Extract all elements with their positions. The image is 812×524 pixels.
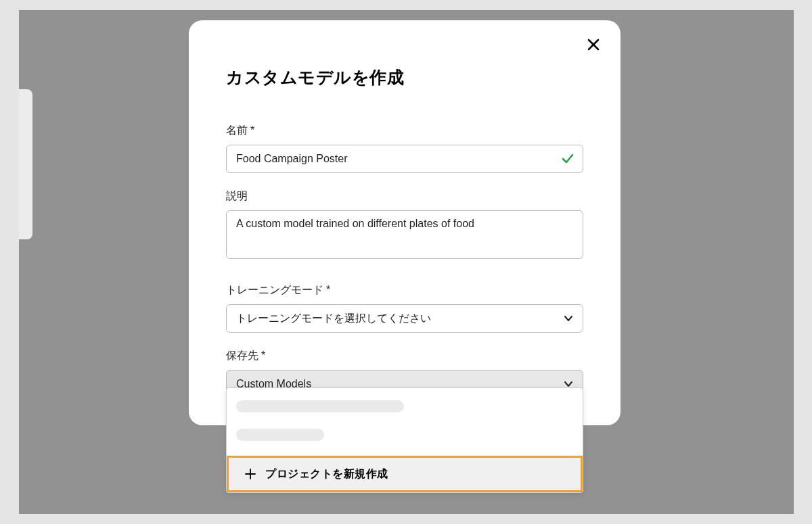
name-field-group: 名前* [226,124,583,173]
save-location-label-text: 保存先 [226,350,258,361]
create-new-project-button[interactable]: プロジェクトを新規作成 [227,456,583,492]
name-label: 名前* [226,124,583,138]
modal-title: カスタムモデルを作成 [226,66,583,89]
name-input[interactable] [226,145,583,173]
save-location-dropdown: プロジェクトを新規作成 [226,387,583,493]
description-input[interactable]: A custom model trained on different plat… [226,210,583,259]
close-icon [587,39,600,51]
dropdown-options-area [227,388,583,456]
dropdown-option-placeholder[interactable] [236,429,324,441]
required-asterisk: * [326,284,330,295]
background-panel-edge [19,89,32,239]
name-input-wrapper [226,145,583,173]
create-custom-model-modal: カスタムモデルを作成 名前* 説明 A custom model trained… [189,20,621,425]
name-label-text: 名前 [226,124,248,136]
required-asterisk: * [261,350,265,361]
close-button[interactable] [584,35,603,54]
description-field-group: 説明 A custom model trained on different p… [226,189,583,262]
training-mode-placeholder: トレーニングモードを選択してください [236,312,431,326]
training-mode-select[interactable]: トレーニングモードを選択してください [226,304,583,333]
required-asterisk: * [250,124,254,136]
description-label: 説明 [226,189,583,204]
modal-content: カスタムモデルを作成 名前* 説明 A custom model trained… [189,20,621,425]
plus-icon [245,469,256,479]
save-location-label: 保存先* [226,349,583,363]
create-new-project-label: プロジェクトを新規作成 [265,467,388,481]
training-mode-label: トレーニングモード* [226,283,583,297]
chevron-down-icon [564,314,573,323]
dropdown-option-placeholder[interactable] [236,400,404,412]
training-mode-label-text: トレーニングモード [226,284,323,295]
training-mode-field-group: トレーニングモード* トレーニングモードを選択してください [226,283,583,333]
check-icon [562,153,574,165]
